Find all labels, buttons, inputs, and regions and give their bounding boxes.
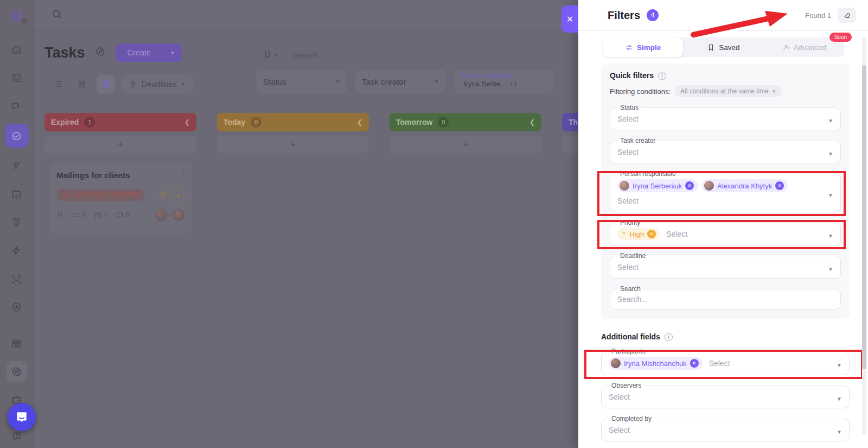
select-placeholder: Select	[666, 228, 687, 240]
field-label: Observers	[609, 382, 643, 389]
person-responsible-select[interactable]: Person responsible Iryna Serbeniuk ✕ Ale…	[610, 170, 841, 212]
chat-bubble-icon[interactable]	[8, 403, 36, 431]
person-responsible-filter-dropdown[interactable]: Person responsible Iryna Serbe...+1	[454, 70, 553, 93]
list-view-icon[interactable]	[49, 75, 67, 93]
deadlines-dropdown[interactable]: Deadlines ▼	[120, 74, 194, 94]
company-icon[interactable]	[7, 67, 27, 88]
field-label: Completed by	[609, 415, 654, 422]
funnel-icon[interactable]	[7, 212, 27, 232]
column-today: Today 0 ❮ +	[217, 113, 369, 153]
communication-icon[interactable]	[7, 96, 27, 116]
task-creator-select[interactable]: Task creator Select ▼	[610, 137, 841, 163]
collapse-column-icon[interactable]: ❮	[357, 118, 362, 126]
panel-scrollbar	[862, 38, 866, 434]
scan-icon[interactable]	[7, 268, 27, 289]
filtering-conditions-label: Filtering conditions:	[610, 87, 671, 96]
column-today-header[interactable]: Today 0 ❮	[217, 113, 369, 131]
page-title: Tasks	[44, 45, 85, 61]
select-placeholder: Select	[617, 195, 822, 207]
chevron-down-icon: ▼	[837, 429, 842, 435]
person-chip: Iryna Serbeniuk ✕	[617, 179, 698, 192]
remove-chip-icon[interactable]: ✕	[690, 359, 699, 368]
person-responsible-filter-label: Person responsible	[461, 72, 547, 79]
rows-view-icon[interactable]	[73, 75, 91, 93]
person-responsible-filter-value: Iryna Serbe...	[464, 80, 506, 88]
clear-filters-button[interactable]	[838, 8, 856, 23]
hourglass-icon	[129, 80, 137, 89]
priority-chip: ⌃ High ✕	[617, 228, 660, 240]
conditions-dropdown[interactable]: All conditions at the same time ▼	[675, 85, 782, 97]
app-logo[interactable]: U	[8, 7, 26, 25]
observers-select[interactable]: Observers Select ▼	[601, 382, 850, 408]
task-menu-icon[interactable]: ⋮	[179, 171, 184, 174]
team-icon[interactable]	[7, 155, 27, 176]
select-placeholder: Select	[617, 146, 822, 158]
column-expired-header[interactable]: Expired 1 ❮	[44, 113, 196, 131]
panel-scrollbar-thumb[interactable]	[862, 65, 866, 369]
filter-search-input[interactable]	[617, 295, 822, 304]
status-select[interactable]: Status Select ▼	[610, 104, 841, 130]
create-dropdown-caret-icon[interactable]: ▼	[163, 50, 182, 56]
tab-saved[interactable]: Saved	[683, 37, 763, 57]
filters-panel-header: Filters 4 Found 1	[578, 0, 868, 31]
chevron-down-icon: ▼	[828, 266, 833, 272]
remove-chip-icon[interactable]: ✕	[685, 181, 694, 190]
task-creator-filter-dropdown[interactable]: Task creator ▼	[355, 70, 445, 93]
global-search-icon[interactable]	[51, 8, 63, 22]
column-tomorrow-header[interactable]: Tomorrow 0 ❮	[390, 113, 541, 131]
completed-by-select[interactable]: Completed by Select ▼	[601, 415, 850, 441]
automation-icon[interactable]	[7, 240, 27, 261]
home-icon[interactable]	[7, 39, 27, 60]
found-results-label: Found 1	[805, 11, 831, 20]
tab-simple[interactable]: Simple	[603, 37, 683, 57]
column-title: Expired	[51, 118, 79, 127]
field-label: Priority	[618, 219, 642, 226]
collapse-column-icon[interactable]: ❮	[184, 118, 190, 126]
store-icon[interactable]	[7, 333, 27, 354]
chevron-down-icon: ▼	[828, 118, 833, 124]
status-filter-dropdown[interactable]: Status ▼	[257, 70, 347, 93]
remove-chip-icon[interactable]: ✕	[775, 181, 784, 190]
flag-icon[interactable]	[56, 211, 65, 219]
eraser-icon	[843, 11, 851, 20]
search-field[interactable]: Search	[610, 285, 841, 310]
remove-chip-icon[interactable]: ✕	[647, 230, 656, 238]
tab-advanced-label: Advanced	[794, 43, 826, 52]
task-card[interactable]: Mailings for clients ⋮ 16.05.2024, 08:30…	[49, 163, 192, 234]
filters-tabs: Simple Saved Advanced Soon	[603, 37, 844, 57]
field-label: Task creator	[618, 137, 658, 144]
page-settings-gear-icon[interactable]	[95, 46, 106, 59]
filters-title: Filters	[608, 9, 640, 22]
due-date-badge: 16.05.2024, 08:30 PM	[56, 189, 144, 201]
add-task-button[interactable]: +	[217, 136, 369, 153]
additional-fields-title: Additional fields	[601, 332, 660, 341]
participants-select[interactable]: Participants Iryna Mishchanchuk ✕ Select…	[601, 348, 850, 375]
analytics-icon[interactable]	[7, 296, 27, 317]
priority-high-icon[interactable]: ▲	[171, 188, 184, 201]
active-filters-count-badge: 4	[647, 9, 659, 21]
status-filter-label: Status	[263, 77, 286, 86]
priority-select[interactable]: Priority ⌃ High ✕ Select ▼	[610, 219, 841, 245]
sidebar: U	[0, 0, 34, 448]
tasks-search-input[interactable]	[292, 51, 455, 60]
column-title: Tomorrow	[396, 118, 432, 127]
avatar	[611, 358, 621, 368]
collapse-column-icon[interactable]: ❮	[529, 118, 535, 126]
tasks-icon[interactable]	[5, 124, 29, 148]
calendar-icon[interactable]	[7, 184, 27, 204]
chip-label: Alexandra Khytyk	[717, 182, 772, 190]
chevron-up-icon: ⌃	[622, 231, 626, 237]
close-panel-button[interactable]: ✕	[561, 5, 578, 33]
settings-icon[interactable]	[7, 361, 27, 382]
field-label: Status	[618, 104, 641, 111]
saved-search-bookmark[interactable]: ▼	[263, 51, 286, 59]
column-count-badge: 1	[84, 117, 95, 128]
create-button[interactable]: Create ▼	[116, 43, 182, 62]
comments-counter: 0	[116, 211, 130, 219]
kanban-view-icon[interactable]	[97, 75, 115, 93]
add-task-button[interactable]: +	[44, 136, 196, 153]
select-placeholder: Select	[617, 113, 822, 125]
quick-filters-section: Quick filters i Filtering conditions: Al…	[601, 64, 850, 319]
deadline-select[interactable]: Deadline Select ▼	[610, 252, 841, 279]
add-task-button[interactable]: +	[390, 136, 541, 153]
